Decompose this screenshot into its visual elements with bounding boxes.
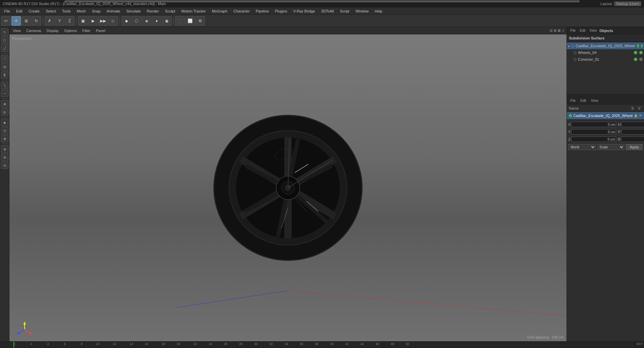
menu-edit[interactable]: Edit — [13, 8, 25, 14]
magnet-tool[interactable]: ◎ — [1, 108, 8, 116]
coord-b-val[interactable] — [621, 137, 644, 142]
obj-icon-3: ⬡ — [574, 58, 577, 61]
menu-pipeline[interactable]: Pipeline — [253, 8, 271, 14]
paint-tool[interactable]: ⊗ — [1, 135, 8, 142]
obj-objects-tab[interactable]: Objects — [600, 29, 613, 33]
coord-y-pos[interactable] — [571, 129, 616, 135]
polygon-select[interactable]: ⬡ — [1, 36, 8, 44]
line-tool[interactable]: ╲ — [1, 82, 8, 89]
obj-manager-scrollbar[interactable] — [567, 94, 644, 97]
vp-icon-fullscreen[interactable]: ⤢ — [562, 29, 565, 32]
edge-select[interactable]: ╱ — [1, 45, 8, 52]
render-region-button[interactable]: ▣ — [78, 16, 88, 26]
fx-tool-1[interactable]: ⊛ — [1, 145, 8, 153]
coord-z-pos[interactable] — [571, 137, 616, 142]
attr-edit-tab[interactable]: Edit — [579, 98, 587, 103]
coord-x-pos[interactable] — [571, 122, 616, 127]
brush-tool[interactable]: 〇 — [1, 55, 8, 62]
frame-ruler[interactable]: 0 2 4 6 8 10 12 14 16 18 20 22 24 26 28 … — [0, 341, 644, 348]
polygon-button[interactable]: ⬡ — [132, 16, 141, 26]
vp-icon-3[interactable]: ⊠ — [558, 29, 560, 32]
obj-edit-tab[interactable]: Edit — [578, 28, 587, 33]
obj-file-tab[interactable]: File — [569, 28, 577, 33]
vp-menu-view[interactable]: View — [11, 28, 22, 33]
frame-26: 26 — [224, 342, 227, 346]
menu-vray[interactable]: V-Ray Bridge — [291, 8, 318, 14]
display-mode-button[interactable]: ⬛ — [175, 16, 185, 26]
attr-file-tab[interactable]: File — [569, 98, 577, 103]
move-tool-button[interactable]: ✛ — [11, 16, 21, 26]
menu-sculpt[interactable]: Sculpt — [162, 8, 178, 14]
vp-menu-panel[interactable]: Panel — [95, 28, 107, 33]
svg-line-30 — [25, 329, 30, 333]
pointer-tool[interactable]: ↖ — [1, 28, 8, 36]
menu-plugins[interactable]: Plugins — [272, 8, 290, 14]
coords-world-dropdown[interactable]: World Object — [568, 144, 596, 150]
menu-snap[interactable]: Snap — [89, 8, 103, 14]
menu-select[interactable]: Select — [43, 8, 59, 14]
viewport-canvas[interactable]: Perspective — [9, 34, 567, 341]
live-select-button[interactable]: ◉ — [162, 16, 171, 26]
knife-tool[interactable]: $ — [1, 71, 8, 79]
menu-motion-tracker[interactable]: Motion Tracker — [179, 8, 208, 14]
scene-object-button[interactable]: ◆ — [122, 16, 131, 26]
coord-p-val[interactable] — [621, 129, 644, 135]
soft-select[interactable]: ◈ — [1, 119, 8, 126]
sculpt-tool[interactable]: ⊙ — [1, 127, 8, 134]
menu-3dtoall[interactable]: 3DToAll — [318, 8, 336, 14]
render-picture-viewer[interactable]: ▶▶ — [98, 16, 108, 26]
wireframe-button[interactable]: ⬜ — [185, 16, 195, 26]
render-view-button[interactable]: ▶ — [88, 16, 98, 26]
vp-menu-cameras[interactable]: Cameras — [25, 28, 43, 33]
menu-help[interactable]: Help — [372, 8, 385, 14]
coords-scale-dropdown[interactable]: Scale Size — [597, 144, 625, 150]
obj-view-tab[interactable]: View — [588, 28, 598, 33]
scrollbar-thumb[interactable] — [64, 0, 580, 2]
frame-10: 10 — [96, 342, 99, 346]
vp-icon-1[interactable]: ⊟ — [550, 29, 552, 32]
apply-button[interactable]: Apply — [626, 144, 643, 150]
vp-menu-filter[interactable]: Filter — [81, 28, 92, 33]
menu-script[interactable]: Script — [337, 8, 352, 14]
toolbar-separator-2 — [76, 17, 76, 25]
menu-render[interactable]: Render — [144, 8, 162, 14]
frame-42: 42 — [345, 342, 349, 346]
menu-file[interactable]: File — [1, 8, 13, 14]
spline-tool[interactable]: ~ — [1, 90, 8, 97]
obj-item-wheels[interactable]: ⬡ Wheels_04 — [567, 49, 644, 56]
vp-icon-2[interactable]: ⊞ — [554, 29, 556, 32]
menu-bar: File Edit Create Select Tools Mesh Snap … — [0, 7, 644, 15]
rotate-tool-button[interactable]: ↻ — [32, 16, 41, 26]
menu-mesh[interactable]: Mesh — [74, 8, 89, 14]
attr-view-tab[interactable]: View — [589, 98, 600, 103]
undo-button[interactable]: ↩ — [1, 16, 11, 26]
menu-tools[interactable]: Tools — [59, 8, 73, 14]
select-button-z[interactable]: Z — [65, 16, 74, 26]
menu-character[interactable]: Character — [231, 8, 252, 14]
loop-cut[interactable]: ⊟ — [1, 63, 8, 70]
edge-button[interactable]: ◈ — [142, 16, 151, 26]
point-button[interactable]: ● — [152, 16, 161, 26]
select-button-y[interactable]: Y — [55, 16, 64, 26]
viewport[interactable]: View Cameras Display Options Filter Pane… — [9, 27, 567, 341]
snap-tool[interactable]: ⊕ — [1, 100, 8, 108]
viewport-header: View Cameras Display Options Filter Pane… — [9, 27, 567, 34]
menu-create[interactable]: Create — [26, 8, 42, 14]
coord-h-val[interactable] — [621, 122, 644, 127]
quick-render-button[interactable]: ⚙ — [195, 16, 205, 26]
obj-item-conector[interactable]: ⬡ Conector_01 — [567, 56, 644, 63]
vp-menu-display[interactable]: Display — [45, 28, 60, 33]
select-all-button[interactable]: ✗ — [45, 16, 54, 26]
scale-tool-button[interactable]: ⊞ — [22, 16, 31, 26]
menu-window[interactable]: Window — [353, 8, 371, 14]
vp-menu-options[interactable]: Options — [63, 28, 78, 33]
make-preview-button[interactable]: ▷ — [108, 16, 118, 26]
menu-simulate[interactable]: Simulate — [124, 8, 143, 14]
menu-animate[interactable]: Animate — [104, 8, 123, 14]
attr-selected-object[interactable]: Cadillac_Escalade_IQ_2025_Wheel 🔒 👁 — [567, 112, 644, 119]
obj-item-cadillac[interactable]: ▸ ⬡ Cadillac_Escalade_IQ_2025_Wheel — [567, 42, 644, 49]
menu-mograph[interactable]: MoGraph — [209, 8, 230, 14]
fx-tool-3[interactable]: ⊝ — [1, 162, 8, 169]
fx-tool-2[interactable]: ⊜ — [1, 153, 8, 161]
frame-38: 38 — [315, 342, 318, 346]
